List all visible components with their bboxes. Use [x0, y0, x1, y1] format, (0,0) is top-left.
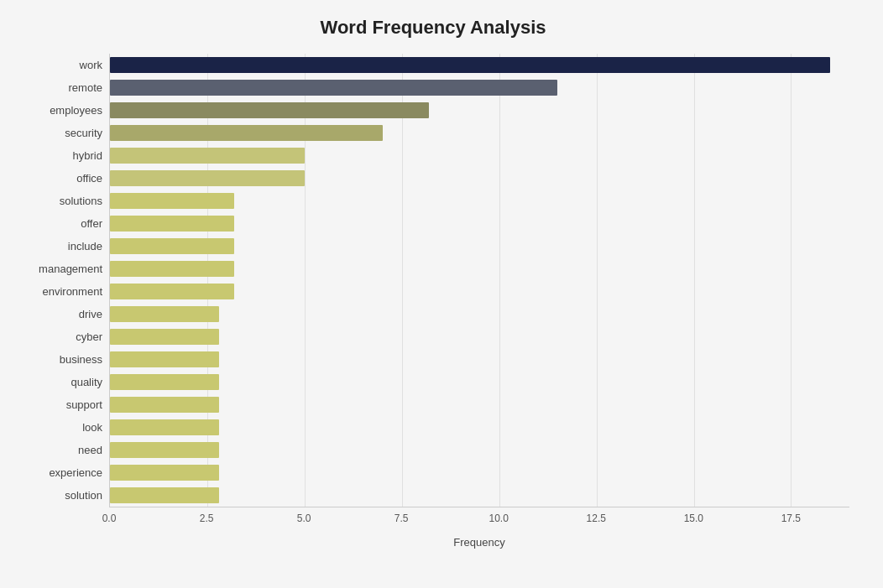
x-tick: 0.0 — [102, 513, 117, 524]
x-axis-label: Frequency — [109, 536, 849, 549]
bar — [110, 374, 219, 390]
y-label: management — [39, 258, 102, 280]
y-label: offer — [81, 212, 102, 235]
bar — [110, 487, 219, 503]
bar — [110, 351, 219, 367]
y-label: environment — [42, 280, 102, 303]
bar — [110, 465, 219, 481]
bar-row — [110, 258, 849, 280]
chart-area: workremoteemployeessecurityhybridoffices… — [17, 54, 849, 549]
bar — [110, 329, 219, 345]
bar-row — [110, 393, 849, 416]
x-tick: 17.5 — [781, 513, 801, 524]
bar-row — [110, 144, 849, 167]
chart-container: Word Frequency Analysis workremoteemploy… — [0, 0, 883, 588]
bar-row — [110, 167, 849, 190]
y-label: cyber — [76, 325, 102, 348]
bar — [110, 442, 219, 458]
bar-row — [110, 76, 849, 99]
bar-row — [110, 54, 849, 76]
y-label: hybrid — [73, 144, 102, 167]
bar-row — [110, 190, 849, 212]
bar — [110, 238, 234, 254]
bar — [110, 125, 383, 141]
y-label: business — [60, 348, 102, 371]
y-label: solution — [65, 484, 102, 507]
y-label: experience — [49, 461, 102, 484]
bar — [110, 397, 219, 413]
x-tick: 15.0 — [684, 513, 703, 524]
bar — [110, 261, 234, 277]
bar-row — [110, 325, 849, 348]
bar-row — [110, 99, 849, 122]
x-tick: 2.5 — [200, 513, 214, 524]
chart-title: Word Frequency Analysis — [17, 17, 849, 39]
bar — [110, 57, 830, 73]
bar-row — [110, 484, 849, 507]
y-label: work — [80, 54, 102, 76]
y-label: include — [68, 235, 102, 258]
bar — [110, 80, 557, 96]
bar-row — [110, 212, 849, 235]
y-label: drive — [79, 303, 102, 325]
y-label: need — [78, 439, 102, 461]
bar-row — [110, 235, 849, 258]
y-label: remote — [69, 76, 102, 99]
x-tick: 12.5 — [587, 513, 606, 524]
bar-row — [110, 280, 849, 303]
bar — [110, 170, 305, 186]
y-label: security — [65, 122, 102, 144]
x-tick: 10.0 — [489, 513, 509, 524]
bar — [110, 419, 219, 435]
bar-row — [110, 416, 849, 439]
y-label: office — [76, 167, 102, 190]
bar — [110, 216, 234, 232]
y-label: look — [82, 416, 102, 439]
y-label: employees — [50, 99, 102, 122]
y-label: solutions — [60, 190, 102, 212]
y-axis: workremoteemployeessecurityhybridoffices… — [17, 54, 109, 549]
bar — [110, 102, 429, 118]
bar-row — [110, 348, 849, 371]
bar-row — [110, 371, 849, 393]
bar-row — [110, 461, 849, 484]
bars-area — [109, 54, 849, 507]
bar — [110, 284, 234, 299]
x-tick: 5.0 — [297, 513, 311, 524]
y-label: quality — [71, 371, 102, 393]
bar-row — [110, 439, 849, 461]
bar-row — [110, 122, 849, 144]
x-tick: 7.5 — [394, 513, 409, 524]
y-label: support — [66, 393, 102, 416]
bar — [110, 306, 219, 322]
bar — [110, 193, 234, 209]
bar-row — [110, 303, 849, 325]
bar — [110, 148, 305, 164]
